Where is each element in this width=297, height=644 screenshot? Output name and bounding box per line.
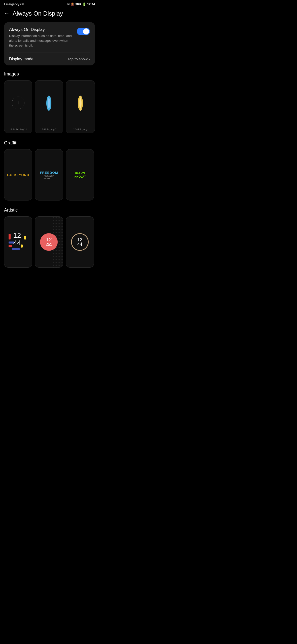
artistic-blocks-card[interactable]: 12 44 bbox=[4, 216, 32, 268]
battery-icon: 🔋 bbox=[82, 3, 86, 6]
art3-ring: 12 44 bbox=[71, 233, 89, 251]
display-mode-row[interactable]: Display mode Tap to show › bbox=[9, 53, 90, 65]
block-yellow-bot bbox=[21, 245, 23, 248]
toggle-track bbox=[77, 28, 90, 35]
nfc-icon: N bbox=[68, 3, 70, 6]
aod-toggle[interactable] bbox=[77, 28, 90, 35]
art-ring-container: 12 44 bbox=[70, 232, 90, 252]
display-mode-value: Tap to show bbox=[68, 57, 88, 61]
aod-card-title: Always On Display bbox=[9, 27, 73, 32]
page-title: Always On Display bbox=[13, 10, 63, 17]
graffiti-freedom-card[interactable]: FREEDOM IS NOTHING BUT A CHOICE THAT MAT… bbox=[35, 149, 63, 200]
graffiti-beyond-innovat-card[interactable]: BEYON INNOVAT bbox=[66, 149, 94, 200]
feather-gold-clock: 12:44 Fri, Aug bbox=[66, 128, 95, 131]
aod-card: Always On Display Display information su… bbox=[4, 22, 95, 65]
feather-gold-icon bbox=[76, 94, 85, 113]
freedom-main-text: FREEDOM bbox=[40, 171, 58, 175]
block-red-bot bbox=[9, 245, 12, 247]
image-add-card[interactable]: + 12:44 Fri, Aug 11 bbox=[4, 80, 32, 133]
add-circle-icon: + bbox=[12, 97, 24, 109]
art1-hour: 12 bbox=[13, 232, 21, 239]
graffiti-section-title: Graffiti bbox=[0, 140, 99, 149]
artistic-grid: 12 44 12 44 12 44 bbox=[0, 216, 99, 275]
add-card-clock: 12:44 Fri, Aug 11 bbox=[4, 128, 32, 131]
go-beyond-text: GO BEYOND bbox=[7, 173, 29, 177]
images-section-title: Images bbox=[0, 71, 99, 80]
freedom-text-group: FREEDOM IS NOTHING BUT A CHOICE THAT MAT… bbox=[35, 171, 63, 179]
beyond-innovat-text: BEYON INNOVAT bbox=[74, 171, 86, 179]
art-circle-container: 12 44 bbox=[39, 232, 59, 252]
feather-blue-icon bbox=[44, 94, 53, 113]
art-blocks-container: 12 44 bbox=[8, 232, 28, 252]
block-blue-wide bbox=[9, 242, 14, 244]
feather-blue-clock: 12:44 Fri, Aug 11 bbox=[35, 128, 63, 131]
artistic-section-title: Artistic bbox=[0, 208, 99, 216]
art2-hour: 12 bbox=[46, 237, 52, 242]
back-button[interactable]: ← bbox=[4, 10, 10, 17]
aod-card-description: Display information such as date, time, … bbox=[9, 34, 73, 48]
artistic-circle-card[interactable]: 12 44 bbox=[35, 216, 63, 268]
artistic-ring-card[interactable]: 12 44 bbox=[66, 216, 94, 268]
block-red-tall bbox=[9, 234, 11, 239]
art2-min: 44 bbox=[46, 242, 52, 247]
display-mode-label: Display mode bbox=[9, 57, 34, 61]
status-bar: Emergency cal... N 🔕 30% 🔋 12:44 bbox=[0, 0, 99, 7]
display-mode-value-group: Tap to show › bbox=[68, 57, 90, 61]
chevron-right-icon: › bbox=[89, 57, 90, 61]
block-yellow bbox=[24, 236, 26, 239]
art2-circle: 12 44 bbox=[40, 233, 58, 251]
battery-percent: 30% bbox=[75, 3, 81, 6]
aod-text-block: Always On Display Display information su… bbox=[9, 27, 73, 48]
aod-card-top: Always On Display Display information su… bbox=[9, 27, 90, 53]
graffiti-go-beyond-card[interactable]: GO BEYOND bbox=[4, 149, 32, 200]
image-feather-gold-card[interactable]: 12:44 Fri, Aug bbox=[66, 80, 95, 133]
freedom-sub-text: IS NOTHING BUT A CHOICE THAT MATTERS bbox=[44, 175, 55, 179]
status-emergency: Emergency cal... bbox=[4, 3, 26, 6]
toggle-thumb bbox=[83, 28, 89, 34]
art1-min: 44 bbox=[13, 239, 21, 247]
clock-status: 12:44 bbox=[87, 3, 95, 6]
art3-hour: 12 bbox=[77, 237, 82, 242]
image-feather-blue-card[interactable]: 12:44 Fri, Aug 11 bbox=[35, 80, 63, 133]
page-header: ← Always On Display bbox=[0, 7, 99, 22]
art3-min: 44 bbox=[77, 242, 82, 247]
graffiti-grid: GO BEYOND FREEDOM IS NOTHING BUT A CHOIC… bbox=[0, 149, 99, 208]
images-grid: + 12:44 Fri, Aug 11 12:44 Fri, Aug 11 bbox=[0, 80, 99, 140]
block-blue-bot bbox=[12, 248, 20, 250]
mute-icon: 🔕 bbox=[71, 3, 74, 6]
status-right-group: N 🔕 30% 🔋 12:44 bbox=[68, 3, 95, 6]
